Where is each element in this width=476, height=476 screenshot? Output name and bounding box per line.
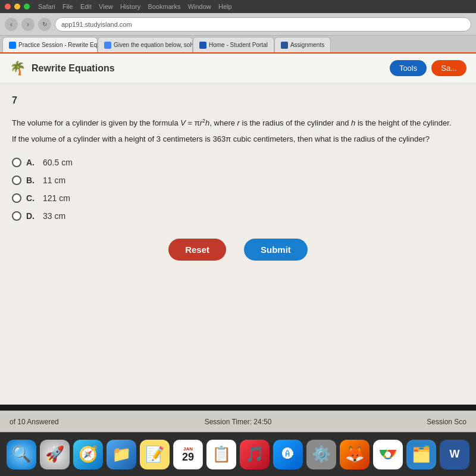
dock-calendar[interactable]: JAN 29 [173,440,203,469]
address-bar[interactable]: app191.studyisland.com [55,17,471,32]
submit-button[interactable]: Submit [244,239,308,261]
tab-practice[interactable]: Practice Session - Rewrite Equation... [2,37,98,52]
answer-options: A. 60.5 cm B. 11 cm C. 121 cm D. 33 cm [12,158,464,221]
session-timer: Session Timer: 24:50 [205,418,272,426]
tab-label-equation: Given the equation below, solve for... [114,42,193,48]
radio-d[interactable] [12,211,21,221]
tab-favicon-safari [9,42,16,49]
option-b[interactable]: B. 11 cm [12,176,464,185]
option-text-d: 33 cm [43,211,65,221]
session-score: Session Sco [427,418,466,426]
back-button[interactable]: ‹ [5,18,18,31]
app-header: 🌴 Rewrite Equations Tools Sa... [0,54,476,83]
radio-a[interactable] [12,158,21,167]
dock-word[interactable]: W [440,440,469,469]
tab-label-portal: Home - Student Portal [209,42,268,48]
tab-label-assignments: Assignments [290,42,324,48]
option-letter-b: B. [26,176,38,185]
app-logo-icon: 🌴 [10,61,26,76]
option-letter-d: D. [26,211,38,221]
dock-notes[interactable]: 📝 [140,440,170,469]
answered-text: of 10 Answered [10,418,59,426]
dock-siri[interactable]: 🔍 [7,440,36,469]
option-letter-c: C. [26,193,38,203]
dock-appstore[interactable]: 🅐 [273,440,303,469]
option-d[interactable]: D. 33 cm [12,211,464,221]
option-text-a: 60.5 cm [43,158,73,167]
refresh-button[interactable]: ↻ [38,18,51,31]
question-text-1: The volume for a cylinder is given by th… [12,117,464,130]
dock-safari[interactable]: 🧭 [73,440,103,469]
status-bar: of 10 Answered Session Timer: 24:50 Sess… [0,411,476,432]
question-number: 7 [12,95,464,106]
option-letter-a: A. [26,158,38,167]
dock-chrome[interactable] [373,440,403,469]
question-text-2: If the volume of a cylinder with a heigh… [12,133,464,146]
dock-finder[interactable]: 📁 [107,440,136,469]
tab-favicon-w [281,42,288,49]
tools-button[interactable]: Tools [390,60,427,76]
minimize-dot[interactable] [14,4,20,10]
dock-settings[interactable]: ⚙️ [306,440,336,469]
tab-assignments[interactable]: Assignments [274,37,331,52]
dock-launchpad[interactable]: 🚀 [40,440,70,469]
tab-label-practice: Practice Session - Rewrite Equation... [18,42,98,48]
dock-files[interactable]: 🗂️ [406,440,436,469]
tab-favicon-google [104,42,111,49]
action-buttons: Reset Submit [12,239,464,261]
mac-dock: 🔍 🚀 🧭 📁 📝 JAN 29 📋 🎵 🅐 ⚙️ 🦊 🗂️ W [0,432,476,476]
dock-music[interactable]: 🎵 [240,440,270,469]
close-dot[interactable] [5,4,11,10]
mac-menu-bar: Safari File Edit View History Bookmarks … [38,3,232,10]
dock-firefox[interactable]: 🦊 [340,440,369,469]
reset-button[interactable]: Reset [168,239,226,261]
radio-c[interactable] [12,193,21,203]
svg-point-2 [385,452,391,458]
app-title: Rewrite Equations [32,63,115,74]
browser-tabs: Practice Session - Rewrite Equation... G… [0,36,476,54]
option-a[interactable]: A. 60.5 cm [12,158,464,167]
mac-title-bar: Safari File Edit View History Bookmarks … [0,0,476,13]
maximize-dot[interactable] [24,4,30,10]
tab-favicon-d [199,42,206,49]
url-text: app191.studyisland.com [61,21,132,28]
option-text-b: 11 cm [43,176,65,185]
main-content: 7 The volume for a cylinder is given by … [0,83,476,405]
save-button[interactable]: Sa... [431,60,466,76]
option-c[interactable]: C. 121 cm [12,193,464,203]
tab-equation[interactable]: Given the equation below, solve for... [98,37,193,52]
browser-toolbar: ‹ › ↻ app191.studyisland.com [0,13,476,36]
dock-reminders[interactable]: 📋 [206,440,236,469]
radio-b[interactable] [12,176,21,185]
tab-portal[interactable]: Home - Student Portal [193,37,274,52]
option-text-c: 121 cm [43,193,70,203]
forward-button[interactable]: › [21,18,35,31]
